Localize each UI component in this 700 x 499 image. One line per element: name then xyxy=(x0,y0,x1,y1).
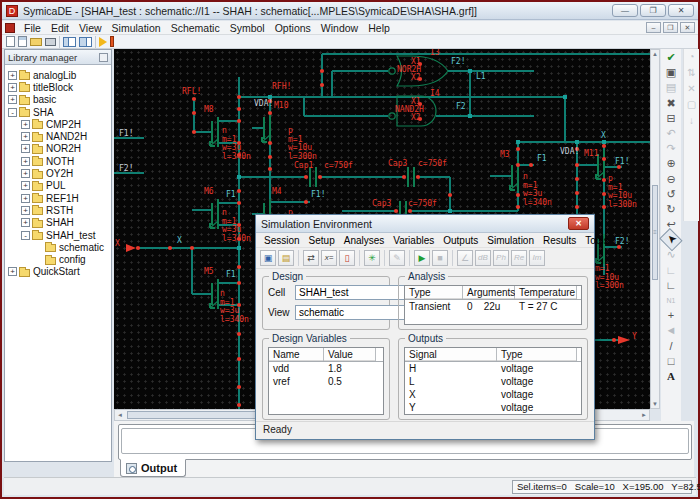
zoom-in-icon[interactable]: ⊕ xyxy=(662,156,680,171)
tree-item-config[interactable]: config xyxy=(5,253,111,265)
expand-icon[interactable]: + xyxy=(21,144,30,153)
tree-item-schematic[interactable]: schematic xyxy=(5,241,111,253)
copy-icon[interactable]: ▣ xyxy=(662,65,680,80)
model-library-icon[interactable]: ▯ xyxy=(339,250,355,266)
dialog-close-button[interactable]: ✕ xyxy=(568,217,589,230)
expand-icon[interactable]: + xyxy=(8,83,17,92)
variables-table[interactable]: NameValuevdd1.8vref0.5 xyxy=(268,347,384,415)
tree-item-SHAH_test[interactable]: -SHAH_test xyxy=(5,229,111,241)
dialog-menu-item-simulation[interactable]: Simulation xyxy=(483,235,538,246)
stop-icon[interactable]: ■ xyxy=(432,250,448,266)
tree-item-REF1H[interactable]: +REF1H xyxy=(5,192,111,204)
expand-icon[interactable]: + xyxy=(21,181,30,190)
paste-icon[interactable]: ▤ xyxy=(662,80,680,95)
schematic-window-icon[interactable] xyxy=(79,35,92,48)
expand-icon[interactable]: + xyxy=(8,267,17,276)
column-header[interactable]: Arguments xyxy=(463,286,515,299)
tree-item-NOR2H[interactable]: +NOR2H xyxy=(5,143,111,155)
column-header[interactable]: Signal xyxy=(405,348,497,361)
print-icon[interactable] xyxy=(45,35,56,48)
menu-item-view[interactable]: View xyxy=(74,22,107,34)
tree-item-RSTH[interactable]: +RSTH xyxy=(5,204,111,216)
rotate-ccw-icon[interactable]: ↺ xyxy=(662,187,680,202)
expand-icon[interactable]: + xyxy=(8,71,17,80)
column-header[interactable]: Name xyxy=(269,348,324,361)
tree-item-PUL[interactable]: +PUL xyxy=(5,180,111,192)
edit-icon[interactable]: ✎ xyxy=(389,250,405,266)
menu-item-file[interactable]: File xyxy=(19,22,46,34)
library-window-icon[interactable] xyxy=(63,35,76,48)
rect-icon[interactable]: □ xyxy=(662,354,680,369)
save-state-icon[interactable]: ▣ xyxy=(260,250,276,266)
run-icon[interactable] xyxy=(99,35,107,48)
tree-item-SHA[interactable]: -SHA xyxy=(5,106,111,118)
expand-icon[interactable]: + xyxy=(21,218,30,227)
dialog-menu-item-tools[interactable]: Tools xyxy=(581,235,612,246)
expand-icon[interactable]: + xyxy=(21,120,30,129)
scroll-down-icon[interactable]: ▼ xyxy=(651,401,659,407)
undo-icon[interactable]: ↶ xyxy=(662,126,680,141)
tree-item-NOTH[interactable]: +NOTH xyxy=(5,155,111,167)
line-icon[interactable]: / xyxy=(662,339,680,354)
dialog-menu-item-setup[interactable]: Setup xyxy=(305,235,339,246)
variables-icon[interactable]: x= xyxy=(321,250,337,266)
column-header[interactable]: Type xyxy=(497,348,577,361)
menu-item-options[interactable]: Options xyxy=(270,22,316,34)
run-icon[interactable]: ▶ xyxy=(414,250,430,266)
new-icon[interactable] xyxy=(6,35,15,48)
restore-button[interactable]: ❐ xyxy=(640,4,666,17)
outputs-table[interactable]: SignalTypeHvoltageLvoltageXvoltageYvolta… xyxy=(404,347,582,415)
menu-item-help[interactable]: Help xyxy=(363,22,395,34)
probe-icon[interactable] xyxy=(110,35,114,48)
collapse-icon[interactable]: - xyxy=(21,231,30,240)
dialog-menu-item-analyses[interactable]: Analyses xyxy=(340,235,389,246)
tree-item-OY2H[interactable]: +OY2H xyxy=(5,167,111,179)
analysis-table[interactable]: TypeArgumentsTemperatureTransient0 22uT … xyxy=(404,285,582,325)
commit-icon[interactable]: ✔ xyxy=(662,50,680,65)
menu-item-simulation[interactable]: Simulation xyxy=(107,22,166,34)
menu-item-symbol[interactable]: Symbol xyxy=(225,22,270,34)
dialog-menu-item-results[interactable]: Results xyxy=(539,235,580,246)
table-row[interactable]: Transient0 22uT = 27 C xyxy=(405,300,581,313)
close-button[interactable]: ✕ xyxy=(668,4,694,17)
canvas-vscrollbar[interactable]: ▲ ≡ ▼ xyxy=(650,49,660,409)
imag-icon[interactable]: Im xyxy=(529,250,545,266)
tree-item-analogLib[interactable]: +analogLib xyxy=(5,69,111,81)
netlist-icon[interactable]: ⇄ xyxy=(303,250,319,266)
expand-icon[interactable]: + xyxy=(21,157,30,166)
mdi-minimize-button[interactable]: – xyxy=(646,22,661,33)
save-icon[interactable] xyxy=(18,35,27,48)
scroll-right-icon[interactable]: ► xyxy=(641,411,647,420)
column-header[interactable]: Value xyxy=(324,348,376,361)
collapse-icon[interactable]: - xyxy=(8,108,17,117)
swap-icon[interactable]: ⇅ xyxy=(685,65,699,81)
expand-icon[interactable]: + xyxy=(21,132,30,141)
dialog-menu-item-variables[interactable]: Variables xyxy=(389,235,438,246)
column-header[interactable]: Type xyxy=(405,286,463,299)
output-tab[interactable]: Output xyxy=(120,459,186,477)
net-label-icon[interactable]: N1 xyxy=(662,293,680,308)
table-row[interactable]: Yvoltage xyxy=(405,401,581,414)
cut-icon[interactable]: ✕ xyxy=(685,81,699,97)
rotate-cw-icon[interactable]: ↻ xyxy=(662,202,680,217)
real-icon[interactable]: Re xyxy=(511,250,527,266)
tree-item-basic[interactable]: +basic xyxy=(5,94,111,106)
wire-icon[interactable]: ∟ xyxy=(662,263,680,278)
dialog-menu-item-outputs[interactable]: Outputs xyxy=(439,235,482,246)
minimize-button[interactable]: — xyxy=(612,4,638,17)
open-icon[interactable] xyxy=(30,35,42,48)
scroll-left-icon[interactable]: ◄ xyxy=(117,411,123,420)
tree-item-QuickStart[interactable]: +QuickStart xyxy=(5,266,111,278)
load-state-icon[interactable]: ▤ xyxy=(278,250,294,266)
options-icon[interactable]: ✳ xyxy=(364,250,380,266)
menu-item-schematic[interactable]: Schematic xyxy=(166,22,225,34)
dialog-title-bar[interactable]: Simulation Environment ✕ xyxy=(256,215,594,233)
vscroll-thumb[interactable]: ≡ xyxy=(652,185,658,280)
text-icon[interactable]: A xyxy=(662,369,680,384)
tree-item-SHAH[interactable]: +SHAH xyxy=(5,217,111,229)
delete-icon[interactable]: ✖ xyxy=(662,96,680,111)
tree-item-NAND2H[interactable]: +NAND2H xyxy=(5,130,111,142)
mdi-restore-button[interactable]: ❐ xyxy=(663,22,678,33)
bus-icon[interactable]: ∟ xyxy=(662,278,680,293)
table-row[interactable]: Lvoltage xyxy=(405,375,581,388)
